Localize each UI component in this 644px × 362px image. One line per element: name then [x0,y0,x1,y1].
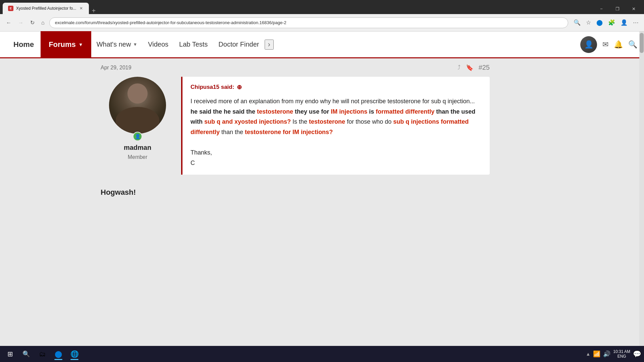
quote-link-icon[interactable]: ⊕ [237,83,242,91]
back-button[interactable]: ← [4,18,13,27]
sub-q-xyosted-text: sub q and xyosted injections? [204,118,291,125]
formatted-differently-text: formatted differently [376,108,434,115]
search-toolbar-icon[interactable]: 🔍 [572,18,582,27]
extensions-icon[interactable]: 🧩 [607,18,616,27]
author-area: 👤 madman Member Chipusa15 said: ⊕ I rece… [101,77,490,181]
browser-tab[interactable]: E Xyosted Prefilled Autoinjector fo... ✕ [3,3,89,14]
post-number: #25 [479,64,490,71]
main-content: Apr 29, 2019 ⤴ 🔖 #25 👤 madman Member [0,58,644,362]
minimize-button[interactable]: − [594,3,609,14]
bookmark-toolbar-icon[interactable]: ☆ [585,18,592,27]
online-badge: 👤 [133,132,142,141]
content-area: Apr 29, 2019 ⤴ 🔖 #25 👤 madman Member [94,58,496,362]
quote-author: Chipusa15 said: ⊕ [191,83,482,91]
system-tray: ▲ 📶 🔊 10:31 AM ENG 💬 [586,349,641,359]
close-tab-button[interactable]: ✕ [79,5,84,11]
nav-more-button[interactable]: › [265,40,274,50]
bookmark-button[interactable]: 🔖 [466,64,473,71]
scrollbar-thumb[interactable] [640,33,644,53]
author-role: Member [128,154,148,160]
body-text-2: they use for [295,108,331,115]
taskbar-chrome-app[interactable]: 🌐 [67,347,82,361]
signature-text: C [191,160,195,166]
whats-new-chevron-icon: ▼ [133,42,137,47]
user-avatar[interactable]: 👤 [580,36,597,53]
site-header: Home Forums ▼ What's new ▼ Videos Lab Te… [0,32,644,58]
thanks-text: Thanks, [191,149,212,156]
bold-text-he-said: he said the [191,108,224,115]
hogwash-heading: Hogwash! [101,188,490,197]
close-button[interactable]: ✕ [626,3,641,14]
messages-icon[interactable]: ✉ [602,40,608,49]
quote-body-text: I received more of an explanation from m… [191,96,482,168]
author-panel: 👤 madman Member [101,77,181,181]
post-body: Chipusa15 said: ⊕ I received more of an … [181,77,490,181]
body-text-7: than the [221,129,245,135]
body-text-5: Is the [292,118,309,125]
forward-button[interactable]: → [16,18,25,27]
nav-videos[interactable]: Videos [143,31,174,58]
new-tab-button[interactable]: + [89,7,98,14]
settings-icon[interactable]: ⋯ [632,18,640,27]
edge-app-icon: ⬤ [55,350,62,358]
tray-expand-icon[interactable]: ▲ [586,351,590,357]
tab-favicon: E [8,6,13,11]
taskbar-clock[interactable]: 10:31 AM ENG [613,349,630,359]
quote-block: Chipusa15 said: ⊕ I received more of an … [181,77,490,175]
search-icon[interactable]: 🔍 [628,40,637,49]
scrollbar[interactable] [639,32,644,362]
network-icon[interactable]: 📶 [593,350,600,358]
forums-chevron-icon: ▼ [78,42,83,47]
profile-icon[interactable]: 👤 [619,18,629,27]
left-sidebar [0,58,94,362]
address-bar-input[interactable] [49,17,568,28]
notifications-taskbar-icon[interactable]: 💬 [633,350,641,358]
im-injections-text: IM injections [331,108,367,115]
taskbar-search-button[interactable]: 🔍 [19,347,34,361]
share-button[interactable]: ⤴ [458,64,461,71]
taskbar: ⊞ 🔍 🗂 ⬤ 🌐 ▲ 📶 🔊 10:31 AM ENG 💬 [0,346,644,362]
nav-home[interactable]: Home [7,40,41,49]
nav-whats-new[interactable]: What's new ▼ [91,31,143,58]
nav-doctor-finder[interactable]: Doctor Finder [213,31,264,58]
nav-lab-tests[interactable]: Lab Tests [174,31,213,58]
taskbar-edge-app[interactable]: ⬤ [51,347,66,361]
chrome-app-icon: 🌐 [70,350,79,358]
notifications-icon[interactable]: 🔔 [614,40,623,49]
author-avatar-image [109,77,166,134]
edge-icon[interactable]: ⬤ [595,18,604,27]
nav-forums[interactable]: Forums ▼ [41,31,91,58]
taskbar-files-app[interactable]: 🗂 [35,347,50,361]
volume-icon[interactable]: 🔊 [603,350,610,358]
start-icon: ⊞ [7,350,13,358]
tab-title: Xyosted Prefilled Autoinjector fo... [16,6,76,11]
taskbar-search-icon: 🔍 [22,350,30,358]
bottom-content: Hogwash! [101,181,490,203]
refresh-button[interactable]: ↻ [28,18,37,27]
files-icon: 🗂 [39,350,46,358]
start-button[interactable]: ⊞ [3,347,17,361]
post-date: Apr 29, 2019 [101,65,131,71]
testosterone-3-text: testosterone for IM injections? [245,129,333,135]
testosterone-2-text: testosterone [309,118,345,125]
testosterone-1-text: testosterone [257,108,293,115]
body-text-6: for those who do [347,118,393,125]
author-name: madman [124,144,151,152]
body-text-3: is [369,108,376,115]
home-button[interactable]: ⌂ [39,18,47,27]
post-header: Apr 29, 2019 ⤴ 🔖 #25 [101,58,490,77]
restore-button[interactable]: ❐ [610,3,625,14]
bold-text-he-said-prefix: he said the [224,108,257,115]
